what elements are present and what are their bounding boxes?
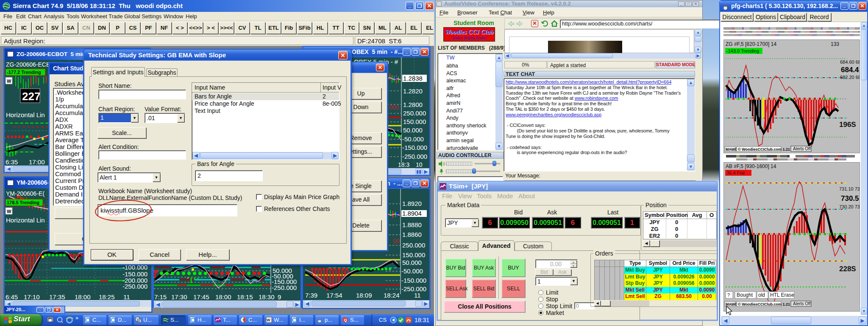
- svg-text:-250.000: -250.000: [122, 283, 147, 290]
- svg-text:18:24: 18:24: [384, 292, 400, 299]
- svg-text:17:45: 17:45: [193, 293, 209, 301]
- svg-text:18:3: 18:3: [398, 161, 409, 168]
- svg-text:11: 11: [414, 292, 421, 299]
- svg-text:-250.000: -250.000: [402, 153, 427, 160]
- svg-text:Q: Q: [344, 318, 347, 322]
- svg-text:Alerts Off: Alerts Off: [793, 146, 811, 151]
- svg-text:1.8904: 1.8904: [402, 210, 422, 217]
- svg-text:W: W: [7, 79, 11, 84]
- svg-text:50.000: 50.000: [402, 259, 422, 266]
- svg-text:178.5 Trending: 178.5 Trending: [7, 200, 39, 205]
- svg-text:1.8880: 1.8880: [402, 221, 422, 228]
- svg-text:11: 11: [123, 293, 130, 300]
- svg-text:© WoodiesCCIClub.com 1.21: © WoodiesCCIClub.com 1.21: [738, 302, 790, 306]
- svg-text:18:00: 18:00: [75, 293, 91, 300]
- svg-text:18:25: 18:25: [99, 293, 115, 300]
- svg-text:17:35: 17:35: [49, 293, 65, 300]
- svg-text:50.000: 50.000: [403, 126, 423, 134]
- svg-text:730.20 730: 730.20 730: [839, 204, 860, 209]
- svg-text:-50.000: -50.000: [402, 135, 424, 143]
- svg-text:Horizontal Lin: Horizontal Lin: [6, 216, 45, 224]
- svg-text:Alerts Off: Alerts Off: [793, 301, 811, 306]
- svg-text:1.8860: 1.8860: [402, 231, 422, 238]
- svg-text:18:09: 18:09: [356, 292, 372, 299]
- svg-text:1.8920: 1.8920: [402, 200, 422, 207]
- svg-text:227: 227: [22, 90, 40, 103]
- svg-text:Horizontal Lin: Horizontal Lin: [6, 111, 45, 118]
- svg-text:-150.000: -150.000: [402, 144, 427, 151]
- svg-text:B: B: [138, 320, 140, 323]
- svg-text:ZG #F,5 [820-1700] 14: ZG #F,5 [820-1700] 14: [726, 41, 776, 47]
- svg-text:AB #F,5 [930-1600] 14: AB #F,5 [930-1600] 14: [726, 163, 776, 169]
- svg-text:old: old: [758, 292, 765, 298]
- svg-text:196S: 196S: [839, 121, 856, 129]
- svg-text:-143.0 Trending: -143.0 Trending: [726, 48, 759, 53]
- svg-text:-50.000: -50.000: [401, 267, 423, 275]
- svg-text:-177.2 Trending: -177.2 Trending: [7, 70, 41, 75]
- svg-text:17:00: 17:00: [29, 158, 45, 166]
- svg-text:18:15: 18:15: [237, 293, 253, 301]
- svg-text:18:30: 18:30: [259, 293, 275, 301]
- svg-text:684.4: 684.4: [841, 66, 859, 74]
- svg-text:17:54: 17:54: [326, 292, 342, 299]
- svg-text:-250.000: -250.000: [272, 284, 297, 291]
- svg-text:-150.000: -150.000: [401, 277, 426, 284]
- svg-text:9: 9: [278, 293, 281, 301]
- svg-text:000: 000: [389, 104, 399, 111]
- svg-text:684.60 68: 684.60 68: [840, 59, 860, 65]
- svg-text:6:35: 6:35: [6, 158, 18, 166]
- svg-text:00: 00: [393, 238, 400, 244]
- svg-text:730.5: 730.5: [841, 194, 859, 202]
- svg-text:HTL Erase: HTL Erase: [770, 292, 794, 298]
- svg-text:1.2838: 1.2838: [403, 75, 423, 82]
- svg-text:10: 10: [416, 161, 423, 168]
- svg-text:MAWO: MAWO: [726, 147, 738, 152]
- svg-text:150.000: 150.000: [403, 118, 426, 125]
- svg-text:7:39: 7:39: [305, 292, 317, 299]
- svg-text:7:15: 7:15: [154, 293, 167, 301]
- svg-text:731.10 730: 731.10 730: [839, 186, 860, 191]
- svg-text:250.000: 250.000: [402, 242, 425, 249]
- svg-text:6:45: 6:45: [6, 293, 18, 300]
- svg-text:1.2820: 1.2820: [403, 87, 423, 95]
- svg-text:17:10: 17:10: [24, 293, 40, 300]
- svg-text:YM-200606-E(: YM-200606-E(: [6, 190, 45, 197]
- svg-text:?: ?: [727, 292, 730, 298]
- svg-text:W: W: [7, 209, 11, 214]
- svg-text:Bought: Bought: [737, 292, 753, 298]
- svg-text:MV2: MV2: [48, 317, 53, 320]
- svg-text:36.4 Flat: 36.4 Flat: [726, 170, 745, 175]
- svg-text:150.000: 150.000: [402, 251, 425, 259]
- svg-text:1.2800: 1.2800: [403, 101, 423, 108]
- svg-text:228S: 228S: [839, 265, 856, 273]
- svg-text:17:30: 17:30: [171, 293, 187, 301]
- svg-text:250.000: 250.000: [403, 110, 426, 117]
- svg-text:© WoodiesCCIClub.com 1.21: © WoodiesCCIClub.com 1.21: [738, 147, 790, 152]
- svg-text:W: W: [267, 318, 270, 322]
- svg-text:682.20 68: 682.20 68: [840, 75, 860, 80]
- svg-text:133: 133: [831, 41, 839, 47]
- svg-text:18:00: 18:00: [215, 293, 231, 301]
